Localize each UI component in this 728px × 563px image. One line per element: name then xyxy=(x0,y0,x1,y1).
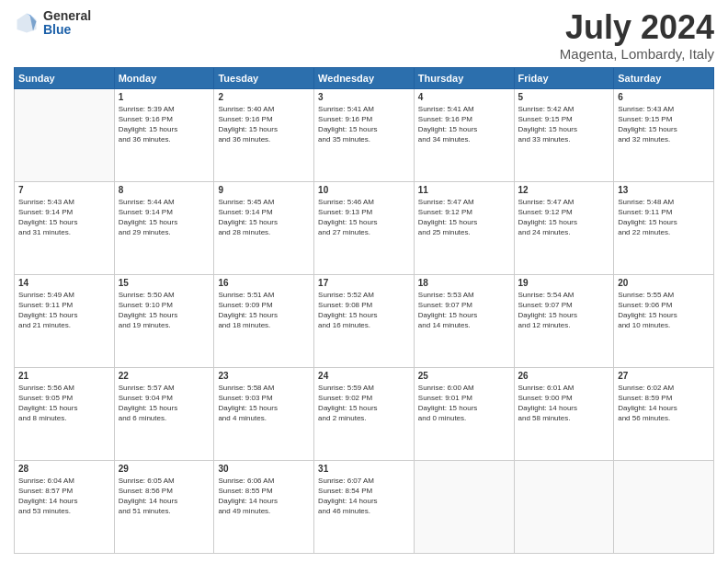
month-year-title: July 2024 xyxy=(560,9,714,46)
col-saturday: Saturday xyxy=(614,67,714,88)
day-number: 9 xyxy=(218,185,310,195)
day-number: 13 xyxy=(618,185,710,195)
title-block: July 2024 Magenta, Lombardy, Italy xyxy=(560,9,714,62)
day-content: Sunrise: 6:07 AM Sunset: 8:54 PM Dayligh… xyxy=(318,476,410,517)
table-row: 20Sunrise: 5:55 AM Sunset: 9:06 PM Dayli… xyxy=(614,274,714,367)
header: General Blue July 2024 Magenta, Lombardy… xyxy=(14,9,714,62)
logo-blue: Blue xyxy=(43,23,91,37)
logo-general: General xyxy=(43,9,91,23)
day-content: Sunrise: 6:06 AM Sunset: 8:55 PM Dayligh… xyxy=(218,476,310,517)
day-content: Sunrise: 6:04 AM Sunset: 8:57 PM Dayligh… xyxy=(18,476,110,517)
calendar-week-row: 14Sunrise: 5:49 AM Sunset: 9:11 PM Dayli… xyxy=(15,274,714,367)
day-number: 1 xyxy=(119,92,210,102)
day-number: 4 xyxy=(418,92,510,102)
logo: General Blue xyxy=(14,9,91,38)
table-row xyxy=(15,88,115,181)
table-row: 11Sunrise: 5:47 AM Sunset: 9:12 PM Dayli… xyxy=(414,181,514,274)
day-number: 23 xyxy=(218,371,310,381)
table-row: 15Sunrise: 5:50 AM Sunset: 9:10 PM Dayli… xyxy=(114,274,214,367)
day-content: Sunrise: 5:46 AM Sunset: 9:13 PM Dayligh… xyxy=(318,197,410,238)
col-monday: Monday xyxy=(114,67,214,88)
calendar-week-row: 21Sunrise: 5:56 AM Sunset: 9:05 PM Dayli… xyxy=(15,367,714,460)
table-row: 27Sunrise: 6:02 AM Sunset: 8:59 PM Dayli… xyxy=(614,367,714,460)
table-row: 21Sunrise: 5:56 AM Sunset: 9:05 PM Dayli… xyxy=(15,367,115,460)
day-content: Sunrise: 5:57 AM Sunset: 9:04 PM Dayligh… xyxy=(119,383,210,424)
table-row: 9Sunrise: 5:45 AM Sunset: 9:14 PM Daylig… xyxy=(214,181,314,274)
table-row: 30Sunrise: 6:06 AM Sunset: 8:55 PM Dayli… xyxy=(214,460,314,553)
table-row: 23Sunrise: 5:58 AM Sunset: 9:03 PM Dayli… xyxy=(214,367,314,460)
table-row: 29Sunrise: 6:05 AM Sunset: 8:56 PM Dayli… xyxy=(114,460,214,553)
day-number: 10 xyxy=(318,185,410,195)
day-content: Sunrise: 5:39 AM Sunset: 9:16 PM Dayligh… xyxy=(119,104,210,145)
day-number: 5 xyxy=(518,92,610,102)
day-number: 22 xyxy=(119,371,210,381)
day-number: 15 xyxy=(119,278,210,288)
day-number: 31 xyxy=(318,464,410,474)
calendar-week-row: 7Sunrise: 5:43 AM Sunset: 9:14 PM Daylig… xyxy=(15,181,714,274)
day-number: 8 xyxy=(119,185,210,195)
day-content: Sunrise: 6:02 AM Sunset: 8:59 PM Dayligh… xyxy=(618,383,710,424)
day-content: Sunrise: 5:41 AM Sunset: 9:16 PM Dayligh… xyxy=(318,104,410,145)
location-subtitle: Magenta, Lombardy, Italy xyxy=(560,46,714,62)
table-row: 3Sunrise: 5:41 AM Sunset: 9:16 PM Daylig… xyxy=(314,88,415,181)
col-wednesday: Wednesday xyxy=(314,67,415,88)
day-content: Sunrise: 5:48 AM Sunset: 9:11 PM Dayligh… xyxy=(618,197,710,238)
table-row: 16Sunrise: 5:51 AM Sunset: 9:09 PM Dayli… xyxy=(214,274,314,367)
table-row: 14Sunrise: 5:49 AM Sunset: 9:11 PM Dayli… xyxy=(15,274,115,367)
table-row: 24Sunrise: 5:59 AM Sunset: 9:02 PM Dayli… xyxy=(314,367,415,460)
day-content: Sunrise: 5:40 AM Sunset: 9:16 PM Dayligh… xyxy=(218,104,310,145)
day-number: 16 xyxy=(218,278,310,288)
day-content: Sunrise: 5:47 AM Sunset: 9:12 PM Dayligh… xyxy=(518,197,610,238)
day-content: Sunrise: 5:41 AM Sunset: 9:16 PM Dayligh… xyxy=(418,104,510,145)
day-content: Sunrise: 5:49 AM Sunset: 9:11 PM Dayligh… xyxy=(18,290,110,331)
table-row: 10Sunrise: 5:46 AM Sunset: 9:13 PM Dayli… xyxy=(314,181,415,274)
day-number: 3 xyxy=(318,92,410,102)
day-content: Sunrise: 5:50 AM Sunset: 9:10 PM Dayligh… xyxy=(119,290,210,331)
table-row: 2Sunrise: 5:40 AM Sunset: 9:16 PM Daylig… xyxy=(214,88,314,181)
day-content: Sunrise: 5:55 AM Sunset: 9:06 PM Dayligh… xyxy=(618,290,710,331)
col-sunday: Sunday xyxy=(15,67,115,88)
day-number: 18 xyxy=(418,278,510,288)
day-content: Sunrise: 6:00 AM Sunset: 9:01 PM Dayligh… xyxy=(418,383,510,424)
day-number: 28 xyxy=(18,464,110,474)
table-row: 5Sunrise: 5:42 AM Sunset: 9:15 PM Daylig… xyxy=(514,88,614,181)
day-number: 30 xyxy=(218,464,310,474)
calendar-header-row: Sunday Monday Tuesday Wednesday Thursday… xyxy=(15,67,714,88)
table-row: 6Sunrise: 5:43 AM Sunset: 9:15 PM Daylig… xyxy=(614,88,714,181)
day-content: Sunrise: 5:53 AM Sunset: 9:07 PM Dayligh… xyxy=(418,290,510,331)
day-content: Sunrise: 5:43 AM Sunset: 9:15 PM Dayligh… xyxy=(618,104,710,145)
logo-icon xyxy=(14,10,40,36)
col-thursday: Thursday xyxy=(414,67,514,88)
table-row: 31Sunrise: 6:07 AM Sunset: 8:54 PM Dayli… xyxy=(314,460,415,553)
col-tuesday: Tuesday xyxy=(214,67,314,88)
day-content: Sunrise: 5:47 AM Sunset: 9:12 PM Dayligh… xyxy=(418,197,510,238)
day-number: 6 xyxy=(618,92,710,102)
table-row: 26Sunrise: 6:01 AM Sunset: 9:00 PM Dayli… xyxy=(514,367,614,460)
day-number: 24 xyxy=(318,371,410,381)
day-content: Sunrise: 5:51 AM Sunset: 9:09 PM Dayligh… xyxy=(218,290,310,331)
calendar-week-row: 28Sunrise: 6:04 AM Sunset: 8:57 PM Dayli… xyxy=(15,460,714,553)
table-row: 28Sunrise: 6:04 AM Sunset: 8:57 PM Dayli… xyxy=(15,460,115,553)
day-number: 17 xyxy=(318,278,410,288)
day-content: Sunrise: 5:59 AM Sunset: 9:02 PM Dayligh… xyxy=(318,383,410,424)
table-row: 8Sunrise: 5:44 AM Sunset: 9:14 PM Daylig… xyxy=(114,181,214,274)
day-content: Sunrise: 6:01 AM Sunset: 9:00 PM Dayligh… xyxy=(518,383,610,424)
page: General Blue July 2024 Magenta, Lombardy… xyxy=(0,0,728,563)
day-number: 25 xyxy=(418,371,510,381)
table-row xyxy=(414,460,514,553)
day-content: Sunrise: 5:44 AM Sunset: 9:14 PM Dayligh… xyxy=(119,197,210,238)
day-number: 21 xyxy=(18,371,110,381)
table-row: 12Sunrise: 5:47 AM Sunset: 9:12 PM Dayli… xyxy=(514,181,614,274)
day-number: 20 xyxy=(618,278,710,288)
day-number: 19 xyxy=(518,278,610,288)
calendar-week-row: 1Sunrise: 5:39 AM Sunset: 9:16 PM Daylig… xyxy=(15,88,714,181)
table-row: 7Sunrise: 5:43 AM Sunset: 9:14 PM Daylig… xyxy=(15,181,115,274)
table-row: 25Sunrise: 6:00 AM Sunset: 9:01 PM Dayli… xyxy=(414,367,514,460)
table-row xyxy=(614,460,714,553)
day-number: 12 xyxy=(518,185,610,195)
table-row: 18Sunrise: 5:53 AM Sunset: 9:07 PM Dayli… xyxy=(414,274,514,367)
col-friday: Friday xyxy=(514,67,614,88)
day-number: 27 xyxy=(618,371,710,381)
table-row: 17Sunrise: 5:52 AM Sunset: 9:08 PM Dayli… xyxy=(314,274,415,367)
day-content: Sunrise: 5:42 AM Sunset: 9:15 PM Dayligh… xyxy=(518,104,610,145)
